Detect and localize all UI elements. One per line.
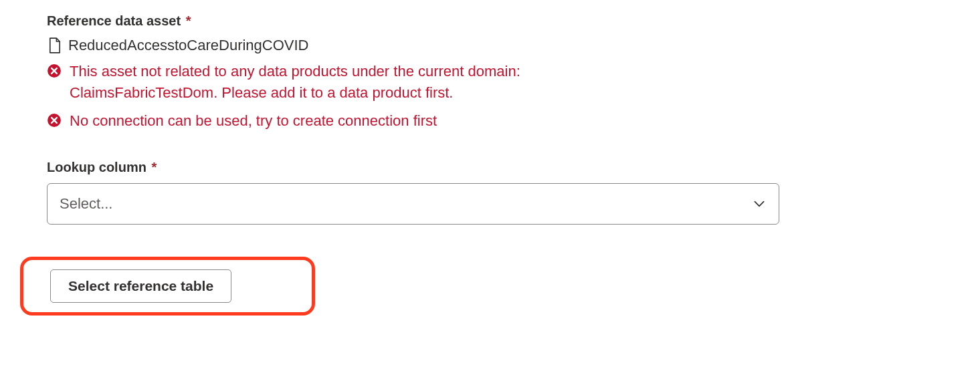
error-text-2: No connection can be used, try to create…: [70, 110, 437, 132]
lookup-column-select[interactable]: Select...: [47, 183, 779, 225]
asset-row: ReducedAccesstoCareDuringCOVID: [48, 37, 933, 54]
lookup-column-label: Lookup column *: [47, 160, 933, 175]
lookup-column-label-text: Lookup column: [47, 160, 146, 174]
required-asterisk: *: [186, 13, 191, 28]
error-icon: [47, 113, 62, 128]
lookup-column-placeholder: Select...: [60, 195, 112, 213]
error-icon: [47, 64, 62, 78]
error-text-1: This asset not related to any data produ…: [70, 61, 605, 104]
highlight-annotation: Select reference table: [20, 257, 315, 316]
lookup-column-section: Lookup column * Select...: [47, 160, 933, 225]
reference-data-asset-label-text: Reference data asset: [47, 13, 181, 28]
asset-name: ReducedAccesstoCareDuringCOVID: [68, 37, 309, 54]
reference-data-asset-section: Reference data asset * ReducedAccesstoCa…: [47, 13, 933, 132]
chevron-down-icon: [752, 197, 767, 211]
document-icon: [48, 37, 62, 53]
required-asterisk: *: [151, 160, 157, 174]
error-row: No connection can be used, try to create…: [47, 110, 933, 132]
reference-data-asset-label: Reference data asset *: [47, 13, 933, 29]
error-row: This asset not related to any data produ…: [47, 61, 933, 104]
select-reference-table-button[interactable]: Select reference table: [50, 269, 231, 303]
